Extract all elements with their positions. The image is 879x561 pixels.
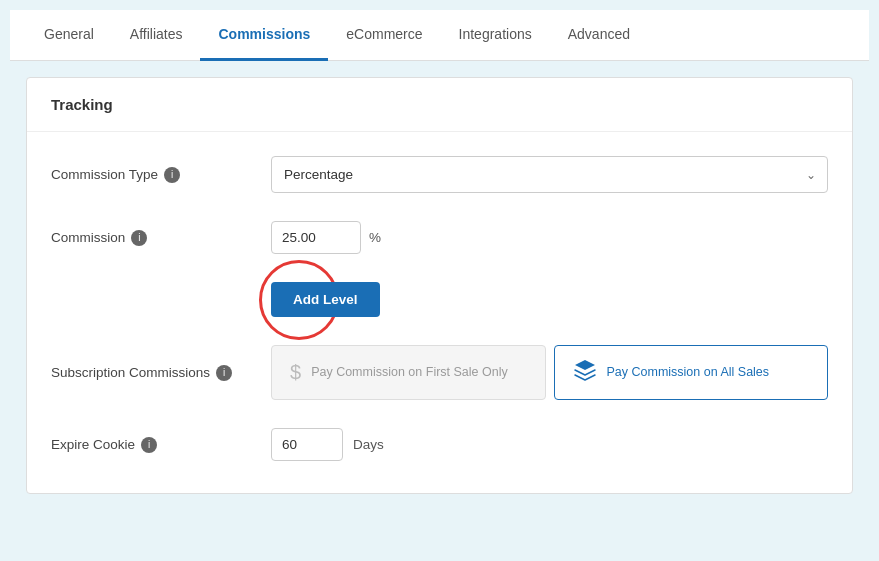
commission-input-group: % xyxy=(271,221,381,254)
expire-cookie-row: Expire Cookie i Days xyxy=(51,428,828,461)
first-sale-only-label: Pay Commission on First Sale Only xyxy=(311,364,508,380)
dollar-icon: $ xyxy=(290,361,301,384)
expire-cookie-label: Expire Cookie i xyxy=(51,437,271,453)
form-body: Commission Type i Percentage Flat Rate ⌄… xyxy=(27,132,852,469)
first-sale-only-button[interactable]: $ Pay Commission on First Sale Only xyxy=(271,345,546,400)
commission-type-select[interactable]: Percentage Flat Rate xyxy=(271,156,828,193)
commission-type-info-icon[interactable]: i xyxy=(164,167,180,183)
commission-type-row: Commission Type i Percentage Flat Rate ⌄ xyxy=(51,156,828,193)
tracking-card: Tracking Commission Type i Percentage Fl… xyxy=(26,77,853,494)
add-level-button[interactable]: Add Level xyxy=(271,282,380,317)
subscription-commissions-label: Subscription Commissions i xyxy=(51,365,271,381)
page-container: General Affiliates Commissions eCommerce… xyxy=(10,10,869,510)
expire-cookie-info-icon[interactable]: i xyxy=(141,437,157,453)
subscription-buttons-group: $ Pay Commission on First Sale Only xyxy=(271,345,828,400)
add-level-wrapper: Add Level xyxy=(271,282,380,317)
expire-cookie-unit: Days xyxy=(353,437,384,452)
tab-general[interactable]: General xyxy=(26,10,112,61)
card-title: Tracking xyxy=(27,78,852,132)
all-sales-button[interactable]: Pay Commission on All Sales xyxy=(554,345,829,400)
tab-advanced[interactable]: Advanced xyxy=(550,10,648,61)
layers-icon xyxy=(573,358,597,387)
subscription-commissions-info-icon[interactable]: i xyxy=(216,365,232,381)
commission-label: Commission i xyxy=(51,230,271,246)
commission-row: Commission i % xyxy=(51,221,828,254)
commission-input[interactable] xyxy=(271,221,361,254)
expire-cookie-input-group: Days xyxy=(271,428,384,461)
tab-integrations[interactable]: Integrations xyxy=(441,10,550,61)
commission-type-select-wrapper: Percentage Flat Rate ⌄ xyxy=(271,156,828,193)
tab-affiliates[interactable]: Affiliates xyxy=(112,10,201,61)
tab-commissions[interactable]: Commissions xyxy=(200,10,328,61)
subscription-commissions-row: Subscription Commissions i $ Pay Commiss… xyxy=(51,345,828,400)
commission-info-icon[interactable]: i xyxy=(131,230,147,246)
commission-type-label: Commission Type i xyxy=(51,167,271,183)
tab-ecommerce[interactable]: eCommerce xyxy=(328,10,440,61)
add-level-row: Add Level xyxy=(51,282,828,317)
all-sales-label: Pay Commission on All Sales xyxy=(607,364,770,380)
expire-cookie-input[interactable] xyxy=(271,428,343,461)
commission-unit: % xyxy=(369,230,381,245)
tab-bar: General Affiliates Commissions eCommerce… xyxy=(10,10,869,61)
